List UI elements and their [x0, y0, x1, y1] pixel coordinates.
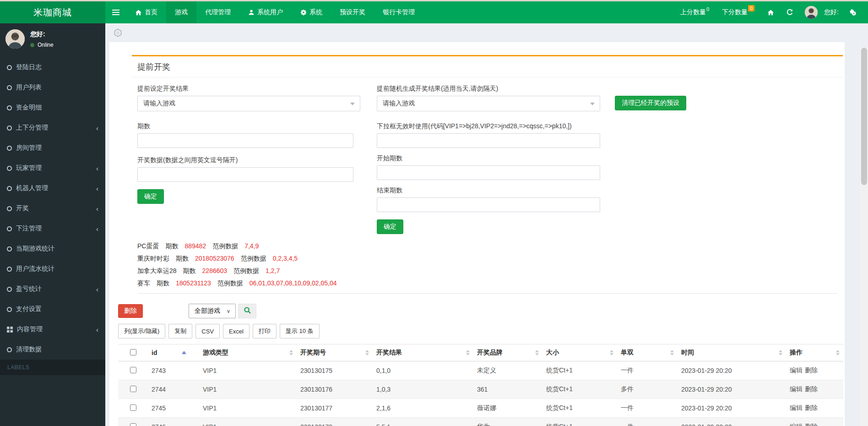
vertical-scrollbar[interactable] [860, 47, 868, 426]
confirm-right-button[interactable]: 确定 [377, 219, 403, 234]
table-row: 2746 VIP1 230130178 5,5,1 华为 统货Ct+1 一件 2… [118, 418, 843, 426]
csv-button[interactable]: CSV [195, 324, 220, 339]
home-shortcut-icon[interactable] [763, 5, 778, 20]
sort-icon [836, 350, 840, 355]
clear-preset-button[interactable]: 清理已经开奖的预设 [615, 96, 686, 110]
select-all-checkbox[interactable] [130, 349, 136, 355]
down-score-link[interactable]: 下分数量0 [717, 8, 759, 16]
header-result[interactable]: 开奖结果 [373, 344, 473, 361]
confirm-left-button[interactable]: 确定 [137, 189, 164, 204]
header-size[interactable]: 大小 [542, 344, 617, 361]
copy-button[interactable]: 复制 [168, 324, 192, 339]
columns-toggle-button[interactable]: 列(显示/隐藏) [118, 324, 165, 339]
cell-parity: 一件 [617, 418, 678, 426]
excel-button[interactable]: Excel [223, 324, 250, 339]
cell-issue: 230130178 [297, 418, 373, 426]
nav-item-games[interactable]: 游戏 [166, 1, 196, 23]
cell-parity: 多件 [617, 380, 678, 399]
grid-icon [7, 327, 13, 333]
nav-item-agents[interactable]: 代理管理 [196, 1, 239, 23]
cell-parity: 一件 [617, 399, 678, 418]
row-checkbox[interactable] [130, 386, 136, 392]
delete-link[interactable]: 删除 [805, 404, 818, 411]
sidebar-item-draw[interactable]: 开奖‹ [0, 198, 105, 218]
game-filter-select[interactable]: 全部游戏 ∨ [189, 304, 236, 318]
nav-item-bank-cards[interactable]: 银行卡管理 [374, 1, 423, 23]
delete-link[interactable]: 删除 [805, 385, 818, 393]
sidebar-item-profit-stats[interactable]: 盈亏统计‹ [0, 279, 105, 299]
header-id[interactable]: id [148, 344, 199, 361]
sidebar-toggle-icon[interactable] [105, 1, 126, 23]
sidebar-item-player-mgmt[interactable]: 玩家管理‹ [0, 158, 105, 178]
nav-item-preset-draw[interactable]: 预设开奖 [331, 1, 374, 23]
row-checkbox[interactable] [130, 404, 136, 411]
fallback-code-input[interactable] [377, 133, 600, 148]
header-game-type[interactable]: 游戏类型 [199, 344, 297, 361]
edit-link[interactable]: 编辑 [790, 385, 803, 393]
top-navbar: 米珈商城 首页 游戏 代理管理 系统用户 系统 预设开奖 银行卡管理 上分数量0 [0, 1, 868, 23]
sidebar-item-room-mgmt[interactable]: 房间管理 [0, 138, 105, 158]
circle-icon [7, 126, 12, 131]
page-title: 提前开奖 [132, 56, 843, 77]
random-game-select[interactable]: 请输入游戏 [377, 96, 600, 111]
scrollbar-thumb[interactable] [861, 48, 867, 185]
end-period-input[interactable] [377, 197, 600, 212]
header-brand[interactable]: 开奖品牌 [473, 344, 542, 361]
sidebar-item-fund-detail[interactable]: 资金明细 [0, 98, 105, 118]
edit-link[interactable]: 编辑 [790, 423, 803, 426]
search-button[interactable] [238, 304, 256, 318]
cell-time: 2023-01-29 20:20 [678, 380, 786, 399]
table-row: 2745 VIP1 230130177 2,1,6 薇诺娜 统货Ct+1 一件 … [118, 399, 843, 418]
period-input[interactable] [137, 133, 353, 148]
row-checkbox[interactable] [130, 367, 136, 373]
nav-item-home[interactable]: 首页 [126, 1, 166, 23]
delete-link[interactable]: 删除 [805, 366, 818, 374]
page-length-button[interactable]: 显示 10 条 [280, 324, 320, 339]
cell-game-type: VIP1 [199, 399, 297, 418]
sidebar-item-user-flow-stats[interactable]: 用户流水统计 [0, 259, 105, 279]
gear-icon [300, 9, 307, 16]
cell-id: 2743 [148, 361, 199, 380]
example-line: 赛车期数1805231123范例数据06,01,03,07,08,10,09,0… [137, 279, 837, 288]
brand-logo[interactable]: 米珈商城 [0, 1, 105, 23]
row-checkbox[interactable] [130, 423, 136, 426]
delete-link[interactable]: 删除 [805, 423, 818, 426]
delete-button[interactable]: 删除 [118, 304, 143, 318]
circle-icon [7, 85, 12, 90]
user-avatar[interactable] [805, 6, 818, 19]
sidebar-user-avatar[interactable] [5, 29, 25, 49]
up-score-link[interactable]: 上分数量0 [676, 8, 714, 16]
cell-time: 2023-01-29 20:20 [678, 361, 786, 380]
cell-id: 2746 [148, 418, 199, 426]
draw-data-input[interactable] [137, 167, 353, 182]
sidebar-item-payment-settings[interactable]: 支付设置 [0, 299, 105, 319]
edit-link[interactable]: 编辑 [790, 366, 803, 374]
refresh-icon[interactable] [782, 5, 797, 20]
sidebar-item-login-log[interactable]: 登陆日志 [0, 57, 105, 77]
sidebar-item-score-mgmt[interactable]: 上下分管理‹ [0, 118, 105, 138]
circle-icon [7, 65, 12, 70]
widget-hexagon-icon[interactable] [114, 31, 122, 38]
header-time[interactable]: 时间 [678, 344, 786, 361]
start-period-input[interactable] [377, 165, 600, 180]
nav-item-system-users[interactable]: 系统用户 [239, 1, 292, 23]
sidebar-item-robot-mgmt[interactable]: 机器人管理‹ [0, 178, 105, 198]
header-parity[interactable]: 单双 [617, 344, 678, 361]
cell-result: 2,1,6 [373, 399, 473, 418]
header-issue[interactable]: 开奖期号 [297, 344, 373, 361]
header-actions[interactable]: 操作 [786, 344, 843, 361]
sidebar-item-bet-mgmt[interactable]: 下注管理‹ [0, 218, 105, 239]
sidebar-item-user-list[interactable]: 用户列表 [0, 77, 105, 98]
print-button[interactable]: 打印 [253, 324, 277, 339]
cell-brand: 华为 [473, 418, 542, 426]
cogs-icon[interactable] [845, 5, 861, 20]
preset-game-select[interactable]: 请输入游戏 [137, 96, 360, 111]
fallback-code-label: 下拉框无效时使用(代码[VIP1=>bj28,VIP2=>jnd28,=>cqs… [377, 122, 600, 131]
sidebar-item-clean-data[interactable]: 清理数据 [0, 339, 105, 360]
sidebar-item-content-mgmt[interactable]: 内容管理‹ [0, 319, 105, 339]
cell-issue: 230130176 [297, 380, 373, 399]
sidebar-item-current-game-stats[interactable]: 当期游戏统计 [0, 239, 105, 259]
circle-icon [7, 347, 12, 352]
edit-link[interactable]: 编辑 [790, 404, 803, 411]
nav-item-system[interactable]: 系统 [292, 1, 331, 23]
